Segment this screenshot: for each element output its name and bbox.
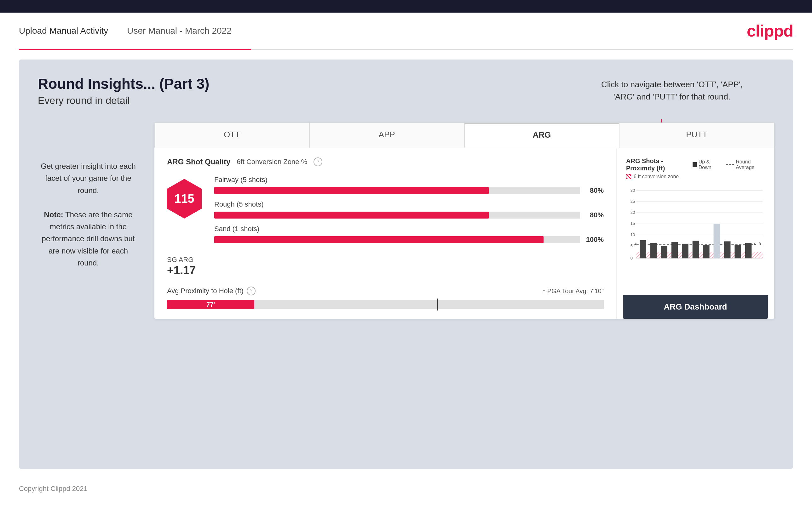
bar-track-sand — [214, 236, 580, 243]
legend-round-avg-label: Round Average — [736, 159, 765, 170]
svg-rect-23 — [640, 240, 646, 259]
hexagon-container: 115 Fairway (5 shots) 80% — [167, 176, 604, 249]
desc-part1: Get greater insight into each facet of y… — [41, 162, 136, 194]
hexagon-value: 115 — [174, 192, 194, 206]
top-bar — [0, 0, 812, 13]
shot-row-rough: Rough (5 shots) 80% — [214, 200, 604, 219]
shot-quality-title: ARG Shot Quality — [167, 158, 230, 166]
legend-conversion-row: 6 ft conversion zone — [626, 174, 765, 179]
tab-app[interactable]: APP — [309, 122, 464, 148]
svg-text:8: 8 — [759, 241, 761, 246]
proximity-help-icon[interactable]: ? — [247, 287, 256, 295]
shot-row-sand: Sand (1 shots) 100% — [214, 225, 604, 244]
svg-rect-25 — [661, 246, 667, 258]
sg-value: +1.17 — [167, 264, 604, 277]
bar-fill-rough — [214, 212, 489, 219]
svg-text:10: 10 — [630, 232, 635, 237]
svg-text:30: 30 — [630, 188, 635, 193]
chart-title: ARG Shots - Proximity (ft) — [626, 158, 693, 172]
svg-marker-20 — [634, 243, 636, 245]
svg-rect-27 — [682, 244, 688, 258]
proximity-section: Avg Proximity to Hole (ft) ? ↑ PGA Tour … — [167, 287, 604, 309]
sg-section: SG ARG +1.17 — [167, 256, 604, 277]
bar-track-rough — [214, 212, 580, 219]
proximity-cursor — [437, 298, 438, 311]
header-divider — [19, 49, 793, 50]
svg-rect-28 — [693, 241, 699, 259]
svg-rect-31 — [724, 241, 730, 258]
bar-sand: 100% — [214, 235, 604, 244]
bar-fairway: 80% — [214, 186, 604, 194]
bar-pct-sand: 100% — [585, 235, 604, 244]
shot-label-fairway: Fairway (5 shots) — [214, 176, 604, 184]
svg-text:25: 25 — [630, 199, 635, 204]
chart-area: 30 25 20 15 10 5 0 — [623, 183, 768, 292]
conversion-label: 6ft Conversion Zone % — [237, 158, 307, 166]
svg-rect-32 — [734, 245, 741, 259]
legend-up-down-label: Up & Down — [699, 159, 720, 170]
legend-hatched-icon — [626, 174, 631, 179]
legend: Up & Down Round Average — [693, 159, 765, 170]
arg-dashboard-button[interactable]: ARG Dashboard — [623, 295, 768, 319]
svg-rect-30 — [714, 224, 720, 259]
bar-fill-sand — [214, 236, 544, 243]
svg-rect-33 — [745, 243, 752, 258]
legend-up-down: Up & Down — [693, 159, 720, 170]
legend-round-avg: Round Average — [726, 159, 765, 170]
shot-quality-bars: Fairway (5 shots) 80% Rough (5 shots) — [214, 176, 604, 249]
proximity-header: Avg Proximity to Hole (ft) ? ↑ PGA Tour … — [167, 287, 604, 295]
proximity-value: 77' — [206, 301, 215, 308]
shot-label-sand: Sand (1 shots) — [214, 225, 604, 233]
right-panel: ARG Shots - Proximity (ft) Up & Down Rou… — [617, 148, 774, 319]
legend-dashed-icon — [726, 164, 734, 165]
chart-header-section: ARG Shots - Proximity (ft) Up & Down Rou… — [623, 154, 768, 183]
chart-svg: 30 25 20 15 10 5 0 — [623, 186, 768, 268]
svg-marker-21 — [754, 243, 756, 245]
main-content: Round Insights... (Part 3) Every round i… — [19, 59, 793, 469]
proximity-bar-track: 77' — [167, 300, 604, 309]
left-description: Get greater insight into each facet of y… — [38, 160, 139, 269]
bar-rough: 80% — [214, 211, 604, 219]
sg-label: SG ARG — [167, 256, 604, 264]
bar-pct-fairway: 80% — [585, 186, 604, 194]
clippd-logo: clippd — [747, 21, 793, 40]
hexagon-badge: 115 — [167, 179, 202, 219]
left-panel: ARG Shot Quality 6ft Conversion Zone % ?… — [154, 148, 617, 319]
svg-text:20: 20 — [630, 210, 635, 215]
dashboard-card: OTT APP ARG PUTT ARG Shot Quality 6ft Co… — [154, 122, 774, 319]
upload-manual-label: Upload Manual Activity — [19, 26, 108, 36]
pga-avg: ↑ PGA Tour Avg: 7'10" — [542, 287, 604, 295]
help-icon[interactable]: ? — [313, 158, 322, 166]
svg-text:0: 0 — [630, 256, 633, 261]
copyright: Copyright Clippd 2021 — [19, 485, 88, 493]
proximity-bar-fill: 77' — [167, 300, 254, 309]
shot-label-rough: Rough (5 shots) — [214, 200, 604, 209]
bar-track-fairway — [214, 187, 580, 194]
tabs-container: OTT APP ARG PUTT — [154, 122, 774, 148]
header: Upload Manual Activity User Manual - Mar… — [0, 13, 812, 49]
nav-hint: Click to navigate between 'OTT', 'APP', … — [601, 78, 743, 103]
panel-header: ARG Shot Quality 6ft Conversion Zone % ? — [167, 158, 604, 166]
legend-conversion-label: 6 ft conversion zone — [633, 174, 679, 179]
legend-square-icon — [693, 162, 697, 167]
svg-text:5: 5 — [630, 243, 633, 248]
header-left: Upload Manual Activity User Manual - Mar… — [19, 26, 232, 36]
bar-fill-fairway — [214, 187, 489, 194]
card-body: ARG Shot Quality 6ft Conversion Zone % ?… — [154, 148, 774, 319]
tab-ott[interactable]: OTT — [154, 122, 309, 148]
proximity-label: Avg Proximity to Hole (ft) — [167, 287, 244, 295]
tab-arg[interactable]: ARG — [464, 122, 619, 148]
footer: Copyright Clippd 2021 — [0, 478, 812, 499]
svg-text:15: 15 — [630, 221, 635, 226]
tab-putt[interactable]: PUTT — [619, 122, 774, 148]
svg-rect-29 — [703, 245, 709, 259]
svg-rect-26 — [671, 242, 678, 258]
svg-rect-24 — [650, 243, 657, 258]
bar-pct-rough: 80% — [585, 211, 604, 219]
nav-hint-line1: Click to navigate between 'OTT', 'APP', — [601, 80, 743, 89]
proximity-title: Avg Proximity to Hole (ft) ? — [167, 287, 256, 295]
nav-hint-line2: 'ARG' and 'PUTT' for that round. — [613, 92, 730, 101]
desc-note: Note: — [44, 210, 63, 219]
manual-date-label: User Manual - March 2022 — [127, 26, 231, 36]
shot-row-fairway: Fairway (5 shots) 80% — [214, 176, 604, 194]
